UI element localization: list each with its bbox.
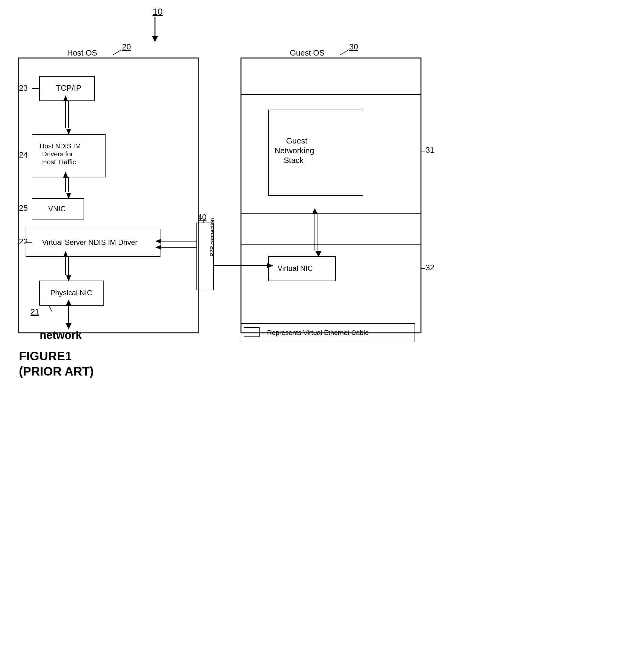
svg-text:FIGURE1: FIGURE1 [19,349,72,363]
svg-text:Host Traffic: Host Traffic [42,158,76,166]
svg-line-47 [340,50,349,55]
svg-text:20: 20 [122,42,131,51]
svg-marker-74 [267,263,273,268]
svg-line-5 [113,50,121,55]
svg-text:Guest: Guest [286,136,307,145]
diagram-svg: 10 Host OS 20 TCP/IP 23 Host NDIS IM Dri… [0,0,618,672]
svg-rect-6 [40,76,95,101]
svg-rect-44 [241,58,421,333]
svg-text:Guest OS: Guest OS [290,48,325,58]
svg-marker-58 [312,208,318,214]
svg-text:(PRIOR ART): (PRIOR ART) [19,364,94,378]
ref-10-label: 10 [152,6,163,16]
svg-text:22: 22 [19,237,28,246]
svg-text:P2P connection: P2P connection [209,218,215,256]
svg-rect-51 [269,110,363,195]
svg-marker-42 [66,300,72,306]
svg-text:TCP/IP: TCP/IP [56,83,82,92]
svg-text:Stack: Stack [284,156,304,165]
svg-text:VNIC: VNIC [48,204,66,213]
svg-rect-36 [40,281,104,305]
svg-text:23: 23 [19,83,28,92]
svg-text:32: 32 [425,263,434,272]
svg-text:Host OS: Host OS [67,48,97,58]
svg-text:Virtual Server NDIS IM Driver: Virtual Server NDIS IM Driver [42,238,137,246]
svg-text:Drivers for: Drivers for [42,150,73,158]
svg-marker-70 [155,239,162,244]
svg-rect-61 [269,256,335,281]
svg-rect-65 [197,223,213,290]
svg-text:31: 31 [425,145,434,155]
svg-marker-41 [66,323,72,329]
svg-text:40: 40 [198,213,207,222]
svg-text:Physical NIC: Physical NIC [50,288,92,297]
svg-text:24: 24 [19,150,28,159]
svg-text:- Represents Virtual Ethernet : - Represents Virtual Ethernet Cable [263,329,369,336]
diagram-container: 10 Host OS 20 TCP/IP 23 Host NDIS IM Dri… [0,0,618,672]
svg-text:21: 21 [30,307,39,316]
svg-rect-2 [18,58,198,333]
svg-marker-1 [152,36,158,42]
svg-rect-76 [244,328,259,337]
svg-text:network: network [40,329,82,341]
svg-marker-72 [155,245,162,250]
svg-marker-21 [63,172,68,178]
svg-rect-28 [26,229,160,256]
svg-rect-75 [241,324,415,342]
svg-line-39 [49,305,52,312]
svg-rect-14 [32,134,105,177]
svg-marker-23 [66,193,71,199]
svg-text:Networking: Networking [275,146,314,155]
svg-marker-60 [315,251,321,257]
svg-text:25: 25 [19,203,28,213]
svg-marker-13 [66,129,71,135]
svg-marker-33 [63,251,68,257]
svg-text:Virtual NIC: Virtual NIC [278,264,313,272]
svg-text:30: 30 [349,42,358,51]
svg-text:Host NDIS IM: Host NDIS IM [40,142,81,150]
svg-rect-24 [32,198,84,220]
svg-marker-11 [63,95,68,101]
svg-marker-35 [66,275,71,281]
